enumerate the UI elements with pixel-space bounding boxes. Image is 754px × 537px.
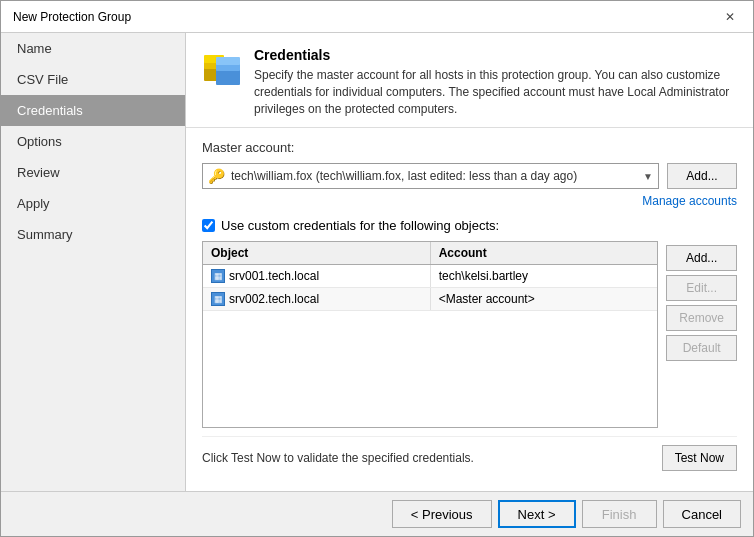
master-account-label-row: Master account: bbox=[202, 140, 737, 155]
remove-button[interactable]: Remove bbox=[666, 305, 737, 331]
svg-rect-3 bbox=[216, 69, 240, 85]
add-button[interactable]: Add... bbox=[666, 245, 737, 271]
server-icon: ▦ bbox=[211, 269, 225, 283]
header-title: Credentials bbox=[254, 47, 737, 63]
svg-rect-5 bbox=[216, 57, 240, 65]
test-now-button[interactable]: Test Now bbox=[662, 445, 737, 471]
master-account-add-button[interactable]: Add... bbox=[667, 163, 737, 189]
table-row[interactable]: ▦ srv001.tech.local tech\kelsi.bartley bbox=[203, 265, 657, 288]
sidebar-item-review[interactable]: Review bbox=[1, 157, 185, 188]
td-account-0: tech\kelsi.bartley bbox=[431, 265, 658, 287]
sidebar-item-name[interactable]: Name bbox=[1, 33, 185, 64]
cancel-button[interactable]: Cancel bbox=[663, 500, 741, 528]
main-content: Credentials Specify the master account f… bbox=[186, 33, 753, 491]
default-button[interactable]: Default bbox=[666, 335, 737, 361]
edit-button[interactable]: Edit... bbox=[666, 275, 737, 301]
master-account-label: Master account: bbox=[202, 140, 295, 155]
title-bar: New Protection Group ✕ bbox=[1, 1, 753, 33]
new-protection-group-dialog: New Protection Group ✕ Name CSV File Cre… bbox=[0, 0, 754, 537]
col-account: Account bbox=[431, 242, 658, 264]
master-account-select-wrapper: 🔑 tech\william.fox (tech\william.fox, la… bbox=[202, 163, 659, 189]
dialog-title: New Protection Group bbox=[13, 10, 131, 24]
sidebar-item-csv-file[interactable]: CSV File bbox=[1, 64, 185, 95]
sidebar-item-apply[interactable]: Apply bbox=[1, 188, 185, 219]
table-header: Object Account bbox=[203, 242, 657, 265]
credentials-table: Object Account ▦ srv001.tech.local tech\… bbox=[202, 241, 658, 428]
footer: < Previous Next > Finish Cancel bbox=[1, 491, 753, 536]
previous-button[interactable]: < Previous bbox=[392, 500, 492, 528]
key-icon: 🔑 bbox=[208, 168, 225, 184]
next-button[interactable]: Next > bbox=[498, 500, 576, 528]
sidebar-item-options[interactable]: Options bbox=[1, 126, 185, 157]
table-row[interactable]: ▦ srv002.tech.local <Master account> bbox=[203, 288, 657, 311]
custom-credentials-row: Use custom credentials for the following… bbox=[202, 218, 737, 233]
sidebar: Name CSV File Credentials Options Review… bbox=[1, 33, 186, 491]
table-wrapper: Object Account ▦ srv001.tech.local tech\… bbox=[202, 241, 658, 428]
hint-text: Click Test Now to validate the specified… bbox=[202, 451, 474, 465]
header-description: Specify the master account for all hosts… bbox=[254, 67, 737, 117]
manage-accounts-row: Manage accounts bbox=[202, 193, 737, 208]
dialog-body: Name CSV File Credentials Options Review… bbox=[1, 33, 753, 491]
bottom-hint-row: Click Test Now to validate the specified… bbox=[202, 436, 737, 479]
table-body: ▦ srv001.tech.local tech\kelsi.bartley ▦… bbox=[203, 265, 657, 427]
right-buttons-panel: Add... Edit... Remove Default bbox=[666, 241, 737, 428]
sidebar-item-summary[interactable]: Summary bbox=[1, 219, 185, 250]
table-buttons-row: Object Account ▦ srv001.tech.local tech\… bbox=[202, 241, 737, 428]
sidebar-item-credentials[interactable]: Credentials bbox=[1, 95, 185, 126]
manage-accounts-link[interactable]: Manage accounts bbox=[642, 194, 737, 208]
header-text: Credentials Specify the master account f… bbox=[254, 47, 737, 117]
master-account-select[interactable]: tech\william.fox (tech\william.fox, last… bbox=[202, 163, 659, 189]
server-icon: ▦ bbox=[211, 292, 225, 306]
finish-button[interactable]: Finish bbox=[582, 500, 657, 528]
td-object-1: ▦ srv002.tech.local bbox=[203, 288, 431, 310]
custom-credentials-label: Use custom credentials for the following… bbox=[221, 218, 499, 233]
col-object: Object bbox=[203, 242, 431, 264]
custom-credentials-checkbox[interactable] bbox=[202, 219, 215, 232]
form-section: Master account: 🔑 tech\william.fox (tech… bbox=[186, 128, 753, 491]
close-button[interactable]: ✕ bbox=[719, 8, 741, 26]
td-account-1: <Master account> bbox=[431, 288, 658, 310]
header-section: Credentials Specify the master account f… bbox=[186, 33, 753, 128]
credentials-icon bbox=[202, 49, 242, 89]
master-account-row: 🔑 tech\william.fox (tech\william.fox, la… bbox=[202, 163, 737, 189]
td-object-0: ▦ srv001.tech.local bbox=[203, 265, 431, 287]
